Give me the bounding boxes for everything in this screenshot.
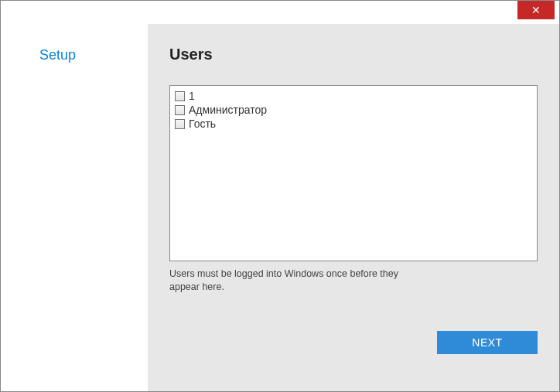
checkbox-icon[interactable] <box>175 91 185 101</box>
next-button[interactable]: NEXT <box>437 331 538 354</box>
checkbox-icon[interactable] <box>175 119 185 129</box>
list-item[interactable]: 1 <box>175 89 532 103</box>
close-button[interactable]: ✕ <box>517 1 555 19</box>
page-title: Users <box>169 46 538 63</box>
next-button-label: NEXT <box>472 336 502 349</box>
window-body: Setup Users 1 Администратор Гость Users … <box>1 24 559 391</box>
user-label: 1 <box>189 90 195 102</box>
close-icon: ✕ <box>531 5 541 15</box>
list-item[interactable]: Гость <box>175 117 532 131</box>
list-item[interactable]: Администратор <box>175 103 532 117</box>
sidebar-title: Setup <box>39 47 148 63</box>
hint-text: Users must be logged into Windows once b… <box>169 268 417 294</box>
main-panel: Users 1 Администратор Гость Users must b… <box>148 24 559 391</box>
setup-window: ✕ Setup Users 1 Администратор Гость <box>0 0 560 392</box>
users-listbox[interactable]: 1 Администратор Гость <box>169 85 538 261</box>
titlebar: ✕ <box>1 1 559 24</box>
user-label: Гость <box>189 118 216 130</box>
checkbox-icon[interactable] <box>175 105 185 115</box>
sidebar: Setup <box>1 24 148 391</box>
user-label: Администратор <box>189 104 267 116</box>
